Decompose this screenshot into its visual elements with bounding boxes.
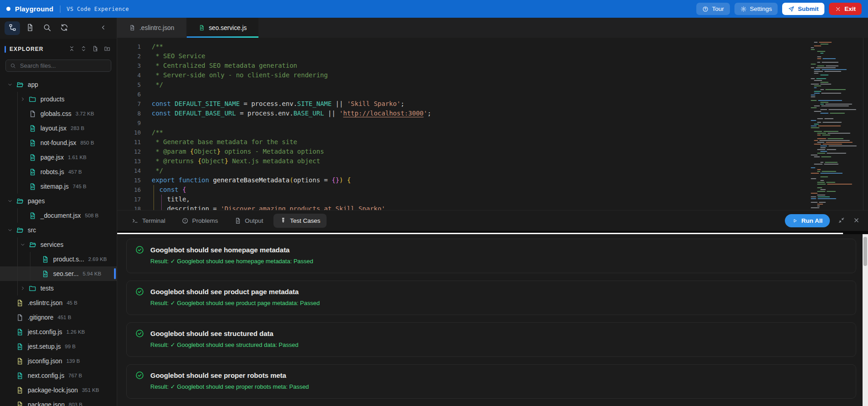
tree-item-tests[interactable]: tests [0,281,117,296]
test-case-card[interactable]: Googlebot should see structured dataResu… [126,322,856,357]
chevron-right-icon [20,96,25,102]
chevron-spacer [20,184,25,189]
test-case-header: Googlebot should see structured data [135,329,848,338]
file-size: 1.26 KB [66,329,85,335]
problems-icon [182,217,188,224]
chevron-spacer [20,111,25,116]
line-number: 2 [117,51,141,61]
panel-tab-output[interactable]: Output [228,214,270,228]
indent-guide [17,92,18,106]
tree-item-globals-css[interactable]: globals.css3.72 KB [0,106,117,121]
panel-close-button[interactable] [853,217,860,225]
code-line-15: 15export function generateBaseMetadata(o… [117,175,868,185]
tab-seo-service-js[interactable]: seo.service.js [187,18,259,38]
search-input[interactable] [19,62,107,70]
tree-item-src[interactable]: src [0,223,117,237]
collapse-all-button[interactable] [67,44,77,54]
test-case-card[interactable]: Googlebot should see proper robots metaR… [126,364,856,399]
file-tree-icon [8,23,17,33]
code-editor[interactable]: 1/**2 * SEO Service3 * Centralized SEO m… [117,38,868,210]
test-case-card[interactable]: Googlebot should see product page metada… [126,281,856,315]
activity-search-button[interactable] [39,21,55,35]
editor-tabs: .eslintrc.jsonseo.service.js [117,18,868,38]
editor-scrollbar[interactable] [863,38,863,210]
file-icon [16,314,24,321]
tree-item-package-lock-json[interactable]: package-lock.json351 KB [0,383,117,397]
run-all-button[interactable]: Run All [785,214,830,227]
chevron-spacer [7,358,13,364]
settings-button[interactable]: Settings [734,3,778,15]
file-label: package-lock.json [28,387,78,394]
new-file-button[interactable] [90,44,100,54]
file-size: 283 B [71,125,84,131]
tree-item-services[interactable]: services [0,237,117,252]
tab-eslintrc-json[interactable]: .eslintrc.json [117,18,186,38]
search-icon [43,23,51,33]
chevron-right-icon [20,286,25,291]
tree-item-product-s[interactable]: product.s...2.69 KB [0,252,117,266]
run-all-label: Run All [801,217,823,224]
submit-button[interactable]: Submit [782,3,824,15]
panel-resize-handle[interactable] [117,231,868,234]
exit-button[interactable]: Exit [829,3,862,15]
panel-header: TerminalProblemsOutputTest Cases Run All [117,211,868,231]
tree-item-not-found-jsx[interactable]: not-found.jsx850 B [0,135,117,150]
app-window: Playground VS Code Experience Tour Setti… [0,0,868,406]
tree-item-jsconfig-json[interactable]: jsconfig.json139 B [0,354,117,368]
main-area: EXPLORER appproductsglobals.css3.72 KBla… [0,18,868,406]
line-number: 3 [117,61,141,70]
new-folder-button[interactable] [102,44,112,54]
tree-item-layout-jsx[interactable]: layout.jsx283 B [0,121,117,135]
panel-tab-problems[interactable]: Problems [175,214,224,228]
tree-item-page-jsx[interactable]: page.jsx1.61 KB [0,150,117,165]
sidebar: EXPLORER appproductsglobals.css3.72 KBla… [0,18,117,406]
tab-label: seo.service.js [209,25,247,31]
activity-refresh-button[interactable] [56,21,72,35]
bottom-panel: TerminalProblemsOutputTest Cases Run All [117,210,868,406]
tree-item-gitignore[interactable]: .gitignore451 B [0,310,117,325]
tree-item-app[interactable]: app [0,77,117,92]
activity-files-button[interactable] [22,21,37,35]
panel-minimize-button[interactable] [838,217,845,225]
test-title: Googlebot should see structured data [150,330,273,337]
tree-item-document-jsx[interactable]: _document.jsx508 B [0,208,117,223]
activity-bar [0,18,117,39]
file-search[interactable] [5,60,111,72]
code-line-12: 12 * @param {Object} options - Metadata … [117,147,868,156]
minimap[interactable] [811,42,862,210]
check-circle-icon [135,287,144,296]
tree-item-sitemap-js[interactable]: sitemap.js745 B [0,179,117,194]
tests-scrollbar-thumb[interactable] [863,237,867,266]
code-file-icon [29,154,36,161]
exit-label: Exit [844,5,856,12]
tree-item-pages[interactable]: pages [0,194,117,208]
json-file-icon [16,299,24,307]
files-icon [25,23,34,33]
tree-item-robots-js[interactable]: robots.js457 B [0,165,117,179]
tree-item-products[interactable]: products [0,92,117,106]
brand: Playground VS Code Experience [6,5,129,13]
tree-item-next-config-js[interactable]: next.config.js767 B [0,368,117,383]
tree-item-package-json[interactable]: package.json803 B [0,397,117,406]
expand-all-button[interactable] [79,44,89,54]
tree-item-jest-config-js[interactable]: jest.config.js1.26 KB [0,325,117,339]
code-file-icon [198,25,205,31]
activity-file-tree-button[interactable] [5,21,20,35]
test-case-header: Googlebot should see product page metada… [135,287,848,296]
test-case-card[interactable]: Googlebot should see homepage metadataRe… [126,239,856,273]
tree-item-eslintrc-json[interactable]: .eslintrc.json45 B [0,296,117,310]
tree-item-jest-setup-js[interactable]: jest.setup.js99 B [0,339,117,354]
file-label: product.s... [53,256,84,263]
file-size: 850 B [80,140,94,145]
indent-guide [17,150,18,165]
panel-tab-terminal[interactable]: Terminal [125,214,172,228]
search-icon [10,63,16,69]
panel-tab-test-cases[interactable]: Test Cases [273,214,327,228]
output-icon [234,217,241,224]
tests-scrollbar[interactable] [863,234,868,406]
code-line-10: 10/** [117,128,868,137]
tour-button[interactable]: Tour [696,3,729,15]
code-line-14: 14 */ [117,166,868,175]
tree-item-seo-ser[interactable]: seo.ser...5.94 KB [0,266,117,281]
sidebar-collapse-button[interactable] [97,24,109,33]
